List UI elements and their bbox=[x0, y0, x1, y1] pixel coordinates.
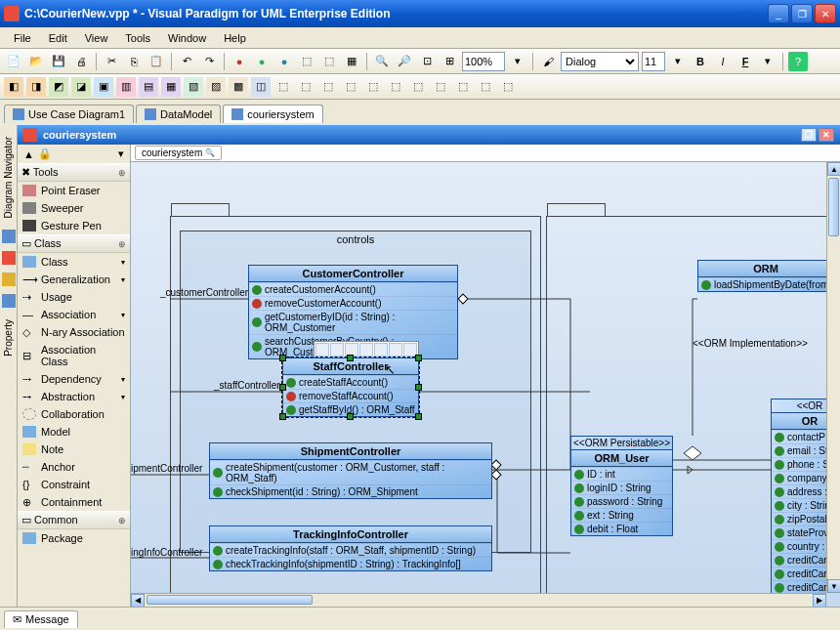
paste-icon[interactable]: 📋 bbox=[147, 52, 166, 71]
sel-tb-5[interactable] bbox=[374, 343, 388, 357]
menu-tools[interactable]: Tools bbox=[117, 30, 158, 46]
tool-f[interactable]: ▦ bbox=[342, 52, 361, 71]
help-icon[interactable]: ? bbox=[788, 52, 808, 71]
diag-9[interactable]: ▧ bbox=[184, 77, 203, 97]
zoom-out-icon[interactable]: 🔎 bbox=[395, 52, 414, 71]
palette-tools-head[interactable]: ✖ Tools⊕ bbox=[18, 163, 130, 182]
class-staffcontroller[interactable]: StaffController createStaffAccount() rem… bbox=[282, 357, 419, 417]
font-size-input[interactable] bbox=[642, 52, 665, 71]
palette-note[interactable]: Note bbox=[18, 441, 130, 458]
strip-icon-4[interactable] bbox=[2, 294, 16, 308]
strip-property[interactable]: Property bbox=[1, 315, 16, 360]
scroll-thumb-h[interactable] bbox=[147, 595, 313, 605]
new-icon[interactable]: 📄 bbox=[4, 52, 23, 71]
undo-icon[interactable]: ↶ bbox=[177, 52, 196, 71]
sel-tb-6[interactable] bbox=[389, 343, 402, 357]
tab-usecase[interactable]: Use Case Diagram1 bbox=[4, 105, 134, 123]
zoom-input[interactable] bbox=[462, 52, 505, 71]
font-color-dropdown[interactable]: ▾ bbox=[758, 52, 777, 71]
zoom-in-icon[interactable]: 🔍 bbox=[372, 52, 392, 71]
print-icon[interactable]: 🖨 bbox=[71, 52, 91, 71]
font-color-icon[interactable]: F bbox=[735, 52, 755, 71]
paint-icon[interactable]: 🖌 bbox=[538, 52, 558, 71]
diag-11[interactable]: ▩ bbox=[229, 77, 248, 97]
copy-icon[interactable]: ⎘ bbox=[124, 52, 144, 71]
scrollbar-horizontal[interactable]: ◀ ▶ bbox=[131, 593, 826, 607]
diagram-canvas[interactable]: controls <<ORM Implementation>> bbox=[131, 162, 826, 593]
palette-class-head[interactable]: ▭ Class⊕ bbox=[18, 234, 130, 253]
redo-icon[interactable]: ↷ bbox=[199, 52, 219, 71]
palette-anchor[interactable]: ┄Anchor bbox=[18, 458, 130, 476]
diag-8[interactable]: ▦ bbox=[161, 77, 181, 97]
diag-3[interactable]: ◩ bbox=[49, 77, 68, 97]
diag-17[interactable]: ⬚ bbox=[363, 77, 383, 97]
tool-a[interactable]: ● bbox=[230, 52, 249, 71]
diag-23[interactable]: ⬚ bbox=[498, 77, 518, 97]
font-select[interactable]: Dialog bbox=[561, 52, 639, 71]
menu-edit[interactable]: Edit bbox=[41, 30, 75, 46]
palette-collaboration[interactable]: Collaboration bbox=[18, 405, 130, 423]
scroll-up-icon[interactable]: ▲ bbox=[827, 162, 840, 176]
tool-b[interactable]: ● bbox=[252, 52, 272, 71]
scroll-left-icon[interactable]: ◀ bbox=[131, 594, 145, 608]
diag-18[interactable]: ⬚ bbox=[386, 77, 405, 97]
open-icon[interactable]: 📂 bbox=[26, 52, 46, 71]
tool-c[interactable]: ● bbox=[274, 52, 294, 71]
palette-abstraction[interactable]: ⤍Abstraction▾ bbox=[18, 388, 130, 405]
class-orm-top[interactable]: ORM loadShipmentByDate(from bbox=[697, 260, 826, 292]
palette-dependency[interactable]: ⤏Dependency▾ bbox=[18, 370, 130, 388]
palette-expand-icon[interactable]: ▾ bbox=[118, 147, 124, 160]
diag-21[interactable]: ⬚ bbox=[453, 77, 473, 97]
palette-package[interactable]: Package bbox=[18, 529, 130, 547]
diag-6[interactable]: ▥ bbox=[116, 77, 136, 97]
font-size-dropdown[interactable]: ▾ bbox=[668, 52, 688, 71]
menu-help[interactable]: Help bbox=[216, 30, 254, 46]
diag-4[interactable]: ◪ bbox=[71, 77, 91, 97]
palette-assoc-class[interactable]: ⊟Association Class bbox=[18, 341, 130, 370]
palette-usage[interactable]: ⇢Usage bbox=[18, 288, 130, 306]
palette-containment[interactable]: ⊕Containment bbox=[18, 493, 130, 511]
menu-file[interactable]: File bbox=[6, 30, 39, 46]
diag-19[interactable]: ⬚ bbox=[408, 77, 428, 97]
diag-12[interactable]: ◫ bbox=[251, 77, 271, 97]
italic-icon[interactable]: I bbox=[713, 52, 733, 71]
palette-common-head[interactable]: ▭ Common⊕ bbox=[18, 511, 130, 529]
palette-nary[interactable]: ◇N-ary Association bbox=[18, 323, 130, 341]
diag-10[interactable]: ▨ bbox=[206, 77, 226, 97]
cursor-tool-icon[interactable]: ▲ bbox=[23, 148, 34, 160]
strip-icon-1[interactable] bbox=[2, 230, 16, 243]
diag-1[interactable]: ◧ bbox=[4, 77, 23, 97]
strip-diagram-navigator[interactable]: Diagram Navigator bbox=[1, 133, 16, 222]
menu-window[interactable]: Window bbox=[160, 30, 214, 46]
diag-14[interactable]: ⬚ bbox=[296, 77, 315, 97]
sel-tb-2[interactable] bbox=[330, 343, 344, 357]
tab-datamodel[interactable]: DataModel bbox=[136, 105, 221, 123]
lock-icon[interactable]: 🔒 bbox=[38, 147, 52, 160]
save-icon[interactable]: 💾 bbox=[49, 52, 68, 71]
scroll-down-icon[interactable]: ▼ bbox=[827, 579, 840, 593]
minimize-button[interactable]: _ bbox=[768, 4, 789, 23]
crumb-item[interactable]: couriersystem🔍 bbox=[135, 146, 222, 160]
tool-e[interactable]: ⬚ bbox=[319, 52, 339, 71]
bold-icon[interactable]: B bbox=[691, 52, 710, 71]
palette-model[interactable]: Model bbox=[18, 423, 130, 441]
strip-icon-2[interactable] bbox=[2, 251, 16, 265]
diag-7[interactable]: ▤ bbox=[139, 77, 158, 97]
tab-couriersystem[interactable]: couriersystem bbox=[223, 105, 322, 123]
close-button[interactable]: ✕ bbox=[815, 4, 836, 23]
diag-16[interactable]: ⬚ bbox=[341, 77, 360, 97]
zoom-dropdown-icon[interactable]: ▾ bbox=[508, 52, 527, 71]
scrollbar-vertical[interactable]: ▲ ▼ bbox=[826, 162, 840, 593]
cut-icon[interactable]: ✂ bbox=[102, 52, 121, 71]
class-trackinginfocontroller[interactable]: TrackingInfoController createTrackingInf… bbox=[209, 525, 492, 571]
palette-constraint[interactable]: {}Constraint bbox=[18, 476, 130, 493]
palette-association[interactable]: —Association▾ bbox=[18, 306, 130, 323]
sel-tb-1[interactable] bbox=[315, 343, 329, 357]
diag-15[interactable]: ⬚ bbox=[318, 77, 338, 97]
palette-generalization[interactable]: ⟶Generalization▾ bbox=[18, 271, 130, 288]
diag-20[interactable]: ⬚ bbox=[431, 77, 450, 97]
message-tab[interactable]: ✉ Message bbox=[4, 610, 78, 628]
inner-restore-button[interactable]: ❐ bbox=[801, 128, 817, 142]
diag-5[interactable]: ▣ bbox=[94, 77, 113, 97]
palette-sweeper[interactable]: Sweeper bbox=[18, 199, 130, 217]
